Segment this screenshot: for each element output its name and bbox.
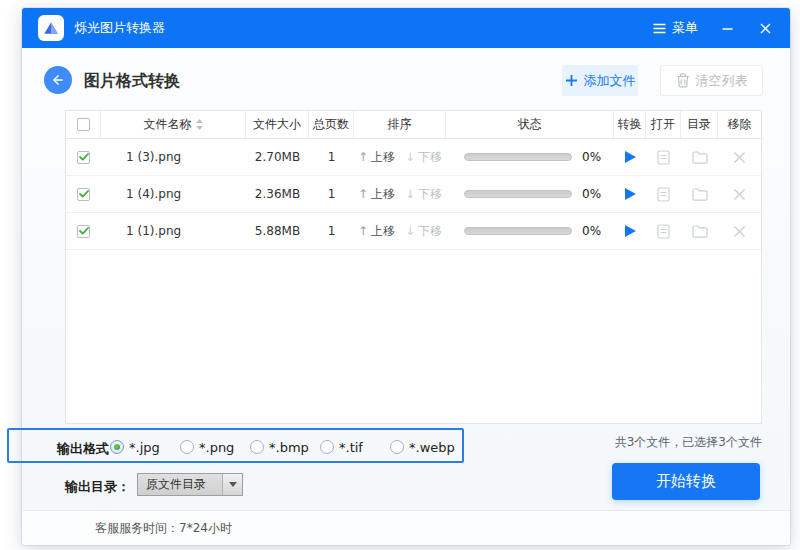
back-button[interactable] xyxy=(44,66,72,94)
column-file-size: 文件大小 xyxy=(246,111,309,138)
clear-list-button[interactable]: 清空列表 xyxy=(660,65,763,96)
sort-icon xyxy=(196,119,203,130)
move-up-label: 上移 xyxy=(371,149,395,166)
move-down-label: 下移 xyxy=(418,186,442,203)
hamburger-icon xyxy=(653,23,666,34)
down-arrow-icon: ↓ xyxy=(405,187,415,201)
remove-icon[interactable] xyxy=(733,225,746,238)
column-sort: 排序 xyxy=(354,111,446,138)
file-size: 2.70MB xyxy=(246,139,309,175)
page-count: 1 xyxy=(309,176,354,212)
menu-label: 菜单 xyxy=(672,19,698,37)
output-format-highlight-box xyxy=(7,428,464,463)
files-summary: 共3个文件，已选择3个文件 xyxy=(615,434,762,451)
progress-percent: 0% xyxy=(582,224,601,238)
page-count: 1 xyxy=(309,213,354,249)
page: 烁光图片转换器 菜单 xyxy=(0,0,800,550)
app-title: 烁光图片转换器 xyxy=(74,19,165,37)
row-checkbox-checked[interactable] xyxy=(77,225,90,238)
page-title: 图片格式转换 xyxy=(84,71,180,92)
row-checkbox-checked[interactable] xyxy=(77,188,90,201)
select-all-checkbox[interactable] xyxy=(77,118,90,131)
start-convert-button[interactable]: 开始转换 xyxy=(612,463,760,500)
column-remove: 移除 xyxy=(718,111,761,138)
progress-bar xyxy=(464,227,572,235)
table-row: 1 (3).png 2.70MB 1 ↑上移 ↓下移 0% xyxy=(66,139,761,176)
move-down-label: 下移 xyxy=(418,223,442,240)
open-directory-icon[interactable] xyxy=(692,225,708,238)
column-directory: 目录 xyxy=(681,111,718,138)
plus-icon xyxy=(565,74,578,87)
file-name: 1 (1).png xyxy=(101,213,246,249)
service-hours-text: 客服服务时间：7*24小时 xyxy=(95,520,232,537)
close-button[interactable] xyxy=(756,19,774,37)
file-table: 文件名称 文件大小 总页数 排序 状态 转换 打开 目录 移除 xyxy=(65,110,762,424)
app-window: 烁光图片转换器 菜单 xyxy=(22,8,790,545)
file-size: 5.88MB xyxy=(246,213,309,249)
progress-bar xyxy=(464,153,572,161)
move-down-label: 下移 xyxy=(418,149,442,166)
column-total-pages: 总页数 xyxy=(309,111,354,138)
up-arrow-icon: ↑ xyxy=(358,187,368,201)
minimize-button[interactable] xyxy=(718,19,736,37)
output-dir-value: 原文件目录 xyxy=(138,476,222,493)
move-up-label: 上移 xyxy=(371,223,395,240)
chevron-down-icon xyxy=(229,482,237,487)
up-arrow-icon: ↑ xyxy=(358,150,368,164)
column-file-name-label: 文件名称 xyxy=(144,116,192,133)
column-convert: 转换 xyxy=(614,111,646,138)
open-file-icon[interactable] xyxy=(657,150,670,165)
footer-bar: 客服服务时间：7*24小时 xyxy=(22,510,790,545)
file-name: 1 (3).png xyxy=(101,139,246,175)
table-header: 文件名称 文件大小 总页数 排序 状态 转换 打开 目录 移除 xyxy=(66,111,761,139)
open-directory-icon[interactable] xyxy=(692,188,708,201)
remove-icon[interactable] xyxy=(733,151,746,164)
open-file-icon[interactable] xyxy=(657,224,670,239)
table-row: 1 (4).png 2.36MB 1 ↑上移 ↓下移 0% xyxy=(66,176,761,213)
file-name: 1 (4).png xyxy=(101,176,246,212)
convert-play-button[interactable] xyxy=(625,188,636,200)
dropdown-arrow-button[interactable] xyxy=(222,474,242,495)
output-dir-dropdown[interactable]: 原文件目录 xyxy=(137,473,243,496)
add-files-button[interactable]: 添加文件 xyxy=(562,65,638,96)
menu-button[interactable]: 菜单 xyxy=(653,19,698,37)
remove-icon[interactable] xyxy=(733,188,746,201)
move-up-button[interactable]: ↑上移 xyxy=(358,223,395,240)
move-down-button[interactable]: ↓下移 xyxy=(405,149,442,166)
open-file-icon[interactable] xyxy=(657,187,670,202)
add-files-label: 添加文件 xyxy=(584,72,636,90)
file-size: 2.36MB xyxy=(246,176,309,212)
app-logo-icon xyxy=(38,15,64,41)
column-file-name[interactable]: 文件名称 xyxy=(101,111,246,138)
progress-percent: 0% xyxy=(582,150,601,164)
up-arrow-icon: ↑ xyxy=(358,224,368,238)
open-directory-icon[interactable] xyxy=(692,151,708,164)
progress-bar xyxy=(464,190,572,198)
move-up-button[interactable]: ↑上移 xyxy=(358,186,395,203)
convert-play-button[interactable] xyxy=(625,151,636,163)
column-status: 状态 xyxy=(446,111,614,138)
clear-list-label: 清空列表 xyxy=(696,72,748,90)
down-arrow-icon: ↓ xyxy=(405,224,415,238)
progress-percent: 0% xyxy=(582,187,601,201)
trash-icon xyxy=(676,73,690,88)
titlebar: 烁光图片转换器 菜单 xyxy=(22,8,790,48)
row-checkbox-checked[interactable] xyxy=(77,151,90,164)
column-open: 打开 xyxy=(646,111,681,138)
convert-play-button[interactable] xyxy=(625,225,636,237)
move-up-button[interactable]: ↑上移 xyxy=(358,149,395,166)
output-dir-label: 输出目录： xyxy=(65,478,130,496)
move-down-button[interactable]: ↓下移 xyxy=(405,223,442,240)
down-arrow-icon: ↓ xyxy=(405,150,415,164)
move-down-button[interactable]: ↓下移 xyxy=(405,186,442,203)
page-count: 1 xyxy=(309,139,354,175)
move-up-label: 上移 xyxy=(371,186,395,203)
table-row: 1 (1).png 5.88MB 1 ↑上移 ↓下移 0% xyxy=(66,213,761,250)
